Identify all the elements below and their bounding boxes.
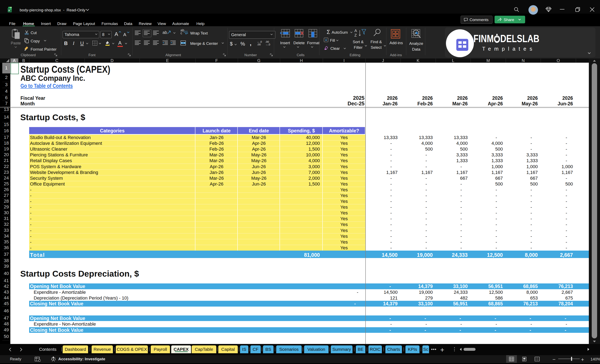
svg-text:x: x bbox=[8, 9, 10, 12]
